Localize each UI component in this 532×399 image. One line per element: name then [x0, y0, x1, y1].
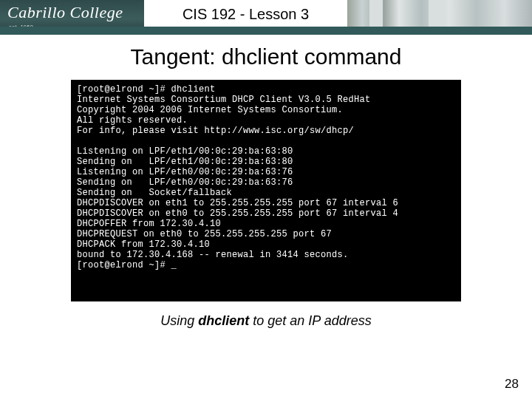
- terminal-line: Sending on LPF/eth1/00:0c:29:ba:63:80: [77, 157, 293, 167]
- slide: Cabrillo College est. 1959 CIS 192 - Les…: [0, 0, 532, 399]
- caption: Using dhclient to get an IP address: [0, 313, 532, 329]
- caption-command: dhclient: [198, 313, 249, 328]
- terminal-line: [root@elrond ~]# _: [77, 260, 177, 270]
- terminal-output: [root@elrond ~]# dhclient Internet Syste…: [71, 80, 461, 301]
- terminal-line: DHCPACK from 172.30.4.10: [77, 239, 210, 250]
- terminal-line: Sending on Socket/fallback: [77, 188, 232, 198]
- terminal-line: Listening on LPF/eth1/00:0c:29:ba:63:80: [77, 146, 293, 157]
- logo-text: Cabrillo College: [7, 3, 123, 22]
- terminal-line: Internet Systems Consortium DHCP Client …: [77, 95, 371, 105]
- terminal-line: Listening on LPF/eth0/00:0c:29:ba:63:76: [77, 167, 293, 177]
- terminal-line: Copyright 2004 2006 Internet Systems Con…: [77, 105, 343, 115]
- terminal-line: DHCPOFFER from 172.30.4.10: [77, 219, 221, 229]
- caption-suffix: to get an IP address: [249, 313, 371, 328]
- terminal-line: bound to 172.30.4.168 -- renewal in 3414…: [77, 250, 349, 260]
- page-number: 28: [505, 377, 519, 392]
- teal-band-right: [143, 27, 532, 35]
- terminal-line: For info, please visit http://www.isc.or…: [77, 126, 354, 136]
- slide-header: Cabrillo College est. 1959 CIS 192 - Les…: [0, 0, 532, 31]
- course-title: CIS 192 - Lesson 3: [144, 0, 347, 28]
- teal-band-left: [0, 27, 144, 35]
- terminal-line: DHCPDISCOVER on eth0 to 255.255.255.255 …: [77, 208, 398, 219]
- slide-title: Tangent: dhclient command: [0, 44, 532, 69]
- terminal-line: All rights reserved.: [77, 115, 188, 126]
- terminal-line: DHCPDISCOVER on eth1 to 255.255.255.255 …: [77, 198, 398, 208]
- caption-prefix: Using: [160, 313, 198, 328]
- terminal-line: [root@elrond ~]# dhclient: [77, 84, 216, 95]
- terminal-line: DHCPREQUEST on eth0 to 255.255.255.255 p…: [77, 229, 332, 239]
- terminal-line: Sending on LPF/eth0/00:0c:29:ba:63:76: [77, 177, 293, 188]
